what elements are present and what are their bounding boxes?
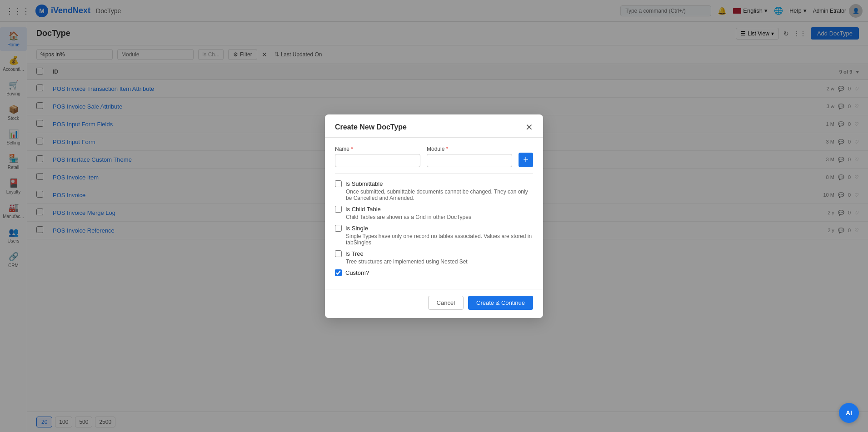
- create-doctype-modal: Create New DocType ✕ Name * Module *: [325, 114, 543, 318]
- custom-group: Custom?: [335, 269, 533, 276]
- modal-close-button[interactable]: ✕: [525, 123, 533, 132]
- is-submittable-group: Is Submittable Once submitted, submittab…: [335, 180, 533, 201]
- is-submittable-desc: Once submitted, submittable documents ca…: [346, 189, 533, 201]
- is-submittable-text: Is Submittable: [345, 180, 383, 187]
- is-child-table-label[interactable]: Is Child Table: [335, 206, 533, 213]
- is-tree-desc: Tree structures are implemented using Ne…: [346, 258, 533, 265]
- is-tree-group: Is Tree Tree structures are implemented …: [335, 250, 533, 265]
- modal-overlay[interactable]: Create New DocType ✕ Name * Module *: [0, 0, 868, 432]
- is-child-table-text: Is Child Table: [345, 206, 381, 213]
- is-tree-label[interactable]: Is Tree: [335, 250, 533, 257]
- name-required: *: [351, 146, 353, 152]
- is-submittable-checkbox[interactable]: [335, 180, 342, 187]
- modal-footer: Cancel Create & Continue: [325, 289, 543, 318]
- divider: [335, 174, 533, 174]
- is-tree-checkbox[interactable]: [335, 250, 342, 257]
- add-module-button[interactable]: +: [519, 153, 533, 167]
- modal-title: Create New DocType: [335, 123, 407, 131]
- custom-checkbox[interactable]: [335, 269, 342, 276]
- modal-body: Name * Module * +: [325, 138, 543, 289]
- name-field-group: Name *: [335, 146, 420, 167]
- create-continue-button[interactable]: Create & Continue: [468, 296, 533, 310]
- ai-fab-button[interactable]: AI: [839, 403, 859, 423]
- module-label: Module *: [427, 146, 512, 152]
- is-single-group: Is Single Single Types have only one rec…: [335, 225, 533, 246]
- custom-label[interactable]: Custom?: [335, 269, 533, 276]
- modal-header: Create New DocType ✕: [325, 114, 543, 138]
- custom-text: Custom?: [345, 269, 369, 276]
- is-child-table-checkbox[interactable]: [335, 206, 342, 213]
- is-submittable-label[interactable]: Is Submittable: [335, 180, 533, 187]
- is-single-checkbox[interactable]: [335, 225, 342, 232]
- module-field-group: Module *: [427, 146, 512, 167]
- name-input[interactable]: [335, 154, 420, 167]
- name-module-row: Name * Module * +: [335, 146, 533, 167]
- is-single-text: Is Single: [345, 225, 368, 232]
- cancel-button[interactable]: Cancel: [428, 296, 464, 310]
- is-child-table-desc: Child Tables are shown as a Grid in othe…: [346, 214, 533, 220]
- is-single-desc: Single Types have only one record no tab…: [346, 233, 533, 246]
- is-tree-text: Is Tree: [345, 250, 364, 257]
- is-single-label[interactable]: Is Single: [335, 225, 533, 232]
- is-child-table-group: Is Child Table Child Tables are shown as…: [335, 206, 533, 220]
- module-input[interactable]: [427, 154, 512, 167]
- name-label: Name *: [335, 146, 420, 152]
- module-required: *: [446, 146, 449, 152]
